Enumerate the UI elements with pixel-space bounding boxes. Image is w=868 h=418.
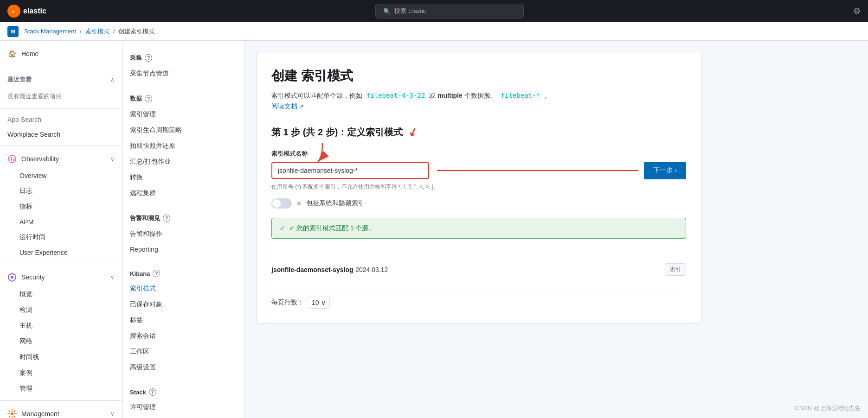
middle-item-advanced-settings[interactable]: 高级设置 <box>122 360 244 375</box>
middle-item-tags[interactable]: 标签 <box>122 312 244 328</box>
middle-item-index-mgmt[interactable]: 索引管理 <box>122 107 244 122</box>
field-label-index-pattern: 索引模式名称 <box>271 150 686 158</box>
middle-item-transform[interactable]: 转换 <box>122 170 244 185</box>
result-row: jsonfile-daemonset-syslog-2024.03.12 索引 <box>271 258 686 281</box>
global-search[interactable]: 🔍 搜索 Elastic <box>375 4 524 19</box>
ingest-section-title: 采集 ? <box>122 48 244 66</box>
security-collapse-icon[interactable]: ∨ <box>110 274 115 280</box>
toggle-row: ✕ 包括系统和隐藏索引 <box>271 198 686 209</box>
sidebar-recent-header[interactable]: 最近查看 ∧ <box>0 71 122 89</box>
description-text-3: 个数据源、 <box>464 92 497 99</box>
middle-item-ingest-pipelines[interactable]: 采集节点管道 <box>122 66 244 82</box>
sidebar-no-recent: 没有最近查看的项目 <box>0 89 122 104</box>
management-collapse-icon[interactable]: ∨ <box>110 411 115 417</box>
search-placeholder: 搜索 Elastic <box>394 7 426 15</box>
success-banner: ✓ ✓ 您的索引模式匹配 1 个源。 <box>271 218 686 239</box>
sidebar-item-home[interactable]: 🏠 Home <box>0 44 122 63</box>
svg-rect-4 <box>13 158 14 161</box>
svg-text:e: e <box>12 9 15 14</box>
home-icon: 🏠 <box>7 49 17 58</box>
per-page-value: 10 <box>312 299 319 306</box>
observability-collapse-icon[interactable]: ∨ <box>110 156 115 162</box>
middle-item-upgrade[interactable]: 8.0 升级助手 <box>122 415 244 418</box>
kibana-section-title: Kibana ? <box>122 264 244 281</box>
svg-point-5 <box>11 276 13 279</box>
page-title: 创建 索引模式 <box>271 67 686 85</box>
stack-help-icon[interactable]: ? <box>149 388 156 396</box>
sidebar-divider-1 <box>0 67 122 67</box>
success-checkmark-icon: ✓ <box>279 224 285 233</box>
per-page-row: 每页行数： 10 ∨ <box>271 297 686 309</box>
sidebar-security-overview[interactable]: 概览 <box>0 286 122 302</box>
middle-item-search-sessions[interactable]: 搜索会话 <box>122 328 244 344</box>
sidebar-item-management[interactable]: Management ∨ <box>0 405 122 418</box>
middle-item-reporting[interactable]: Reporting <box>122 242 244 257</box>
sidebar-divider-2 <box>0 108 122 108</box>
alerts-help-icon[interactable]: ? <box>163 215 170 222</box>
management-icon <box>7 409 17 418</box>
middle-item-ilm[interactable]: 索引生命周期策略 <box>122 122 244 138</box>
elastic-brand-text: elastic <box>23 7 46 15</box>
csdn-watermark: CSDN @上海运维Q先生 <box>795 404 861 412</box>
breadcrumb-sep-2: / <box>113 28 115 35</box>
middle-section-kibana: Kibana ? 索引模式 已保存对象 标签 搜索会话 工作区 高级设置 <box>122 260 244 379</box>
data-section-title: 数据 ? <box>122 89 244 107</box>
elastic-logo-icon: e <box>7 5 20 18</box>
recent-collapse-icon[interactable]: ∧ <box>110 76 115 83</box>
include-hidden-toggle[interactable] <box>271 198 292 209</box>
step-title-text: 第 1 步 (共 2 步)：定义索引模式 <box>271 126 403 139</box>
middle-item-spaces[interactable]: 工作区 <box>122 344 244 360</box>
breadcrumb-index-pattern[interactable]: 索引模式 <box>85 27 109 36</box>
middle-item-index-patterns[interactable]: 索引模式 <box>122 281 244 297</box>
sidebar-network[interactable]: 网络 <box>0 334 122 349</box>
svg-point-6 <box>11 412 13 415</box>
code-example-1: filebeat-4-3-22 <box>364 91 427 100</box>
middle-item-alerts-actions[interactable]: 告警和操作 <box>122 226 244 242</box>
sidebar-cases[interactable]: 案例 <box>0 365 122 381</box>
description-text-2: 或 <box>429 92 436 99</box>
read-docs-link[interactable]: 阅读文档 ↗ <box>271 102 304 111</box>
per-page-select[interactable]: 10 ∨ <box>308 297 330 309</box>
sidebar-divider-5 <box>0 400 122 401</box>
sidebar-logs[interactable]: 日志 <box>0 183 122 199</box>
middle-item-remote-cluster[interactable]: 远程集群 <box>122 185 244 201</box>
middle-item-license[interactable]: 许可管理 <box>122 399 244 415</box>
sidebar-home-label: Home <box>21 50 39 57</box>
ingest-help-icon[interactable]: ? <box>145 54 152 62</box>
kibana-help-icon[interactable]: ? <box>153 270 160 277</box>
left-sidebar: 🏠 Home 最近查看 ∧ 没有最近查看的项目 App Search Workp… <box>0 41 122 418</box>
sidebar-app-search[interactable]: App Search <box>0 112 122 127</box>
middle-item-rollup[interactable]: 汇总/打包作业 <box>122 154 244 170</box>
bold-text-multiple: multiple <box>437 92 463 99</box>
sidebar-metrics[interactable]: 指标 <box>0 199 122 215</box>
sidebar-apm[interactable]: APM <box>0 215 122 229</box>
description-text-4: 。 <box>544 92 551 99</box>
data-help-icon[interactable]: ? <box>145 95 152 102</box>
sidebar-overview[interactable]: Overview <box>0 168 122 183</box>
sidebar-hosts[interactable]: 主机 <box>0 318 122 334</box>
middle-item-saved-objects[interactable]: 已保存对象 <box>122 297 244 312</box>
sidebar-admin[interactable]: 管理 <box>0 381 122 397</box>
description-text-1: 索引模式可以匹配单个源，例如 <box>271 92 362 99</box>
middle-item-snapshots[interactable]: 拍取快照并还原 <box>122 138 244 154</box>
next-step-button[interactable]: 下一步 › <box>644 162 686 179</box>
sidebar-detection[interactable]: 检测 <box>0 302 122 318</box>
sidebar-item-observability[interactable]: Observability ∨ <box>0 150 122 168</box>
middle-sidebar: 采集 ? 采集节点管道 数据 ? 索引管理 索引生命周期策略 拍取快照并还原 汇… <box>122 41 245 418</box>
elastic-logo[interactable]: e elastic <box>7 5 46 18</box>
breadcrumb: M Stack Management / 索引模式 / 创建索引模式 <box>0 22 868 41</box>
sidebar-uptime[interactable]: 运行时间 <box>0 229 122 245</box>
sidebar-user-experience[interactable]: User Experience <box>0 245 122 260</box>
breadcrumb-stack-management[interactable]: Stack Management <box>24 28 76 35</box>
middle-section-stack: Stack ? 许可管理 8.0 升级助手 <box>122 379 244 418</box>
index-pattern-input[interactable] <box>271 162 429 179</box>
middle-section-ingest: 采集 ? 采集节点管道 <box>122 44 244 85</box>
per-page-label: 每页行数： <box>271 298 304 307</box>
sidebar-timeline[interactable]: 时间线 <box>0 349 122 365</box>
sidebar-observability-label: Observability <box>21 155 59 163</box>
sidebar-workplace-search[interactable]: Workplace Search <box>0 127 122 142</box>
security-icon <box>7 272 17 282</box>
sidebar-item-security[interactable]: Security ∨ <box>0 268 122 286</box>
settings-icon[interactable]: ⚙ <box>853 6 861 16</box>
content-divider <box>271 250 686 250</box>
